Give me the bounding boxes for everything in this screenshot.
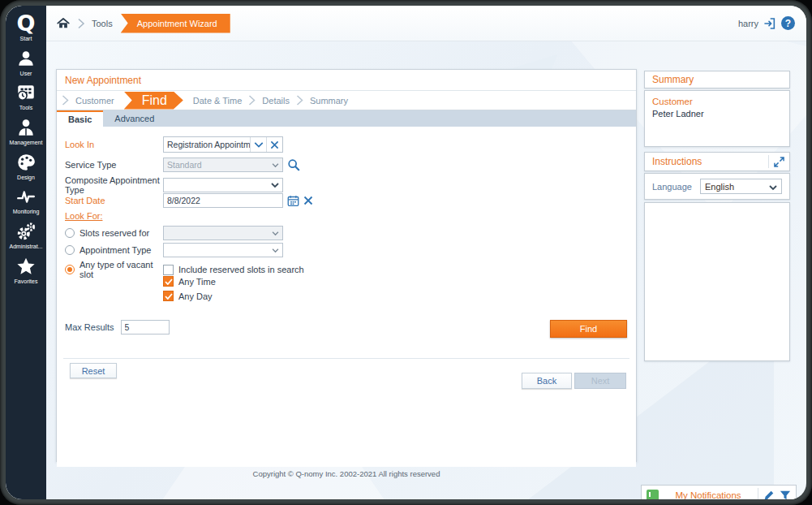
- wizard-step-date-time[interactable]: Date & Time: [187, 96, 249, 106]
- composite-type-select[interactable]: [163, 178, 283, 192]
- search-icon[interactable]: [287, 158, 300, 171]
- reset-button[interactable]: Reset: [70, 363, 117, 378]
- slots-reserved-radio[interactable]: [65, 228, 75, 238]
- wizard-steps: Customer Find Date & Time Details Summar…: [57, 91, 636, 110]
- slots-reserved-select[interactable]: [163, 226, 283, 240]
- sidebar-item-user[interactable]: User: [6, 48, 46, 77]
- wizard-step-customer[interactable]: Customer: [69, 96, 121, 106]
- sidebar-item-management[interactable]: Management: [6, 117, 46, 146]
- summary-header: Summary: [644, 71, 790, 88]
- sidebar-item-design[interactable]: Design: [6, 152, 46, 181]
- help-icon[interactable]: ?: [781, 16, 795, 30]
- copyright-text: Copyright © Q-nomy Inc. 2002-2021 All ri…: [56, 469, 637, 478]
- start-date-input[interactable]: [163, 193, 283, 208]
- radio-label: Appointment Type: [79, 245, 163, 255]
- sidebar-item-favorites[interactable]: Favorites: [6, 256, 46, 285]
- chevron-down-icon: [271, 180, 279, 190]
- wizard-step-summary[interactable]: Summary: [303, 96, 354, 106]
- any-time-row: Any Time: [163, 276, 216, 287]
- service-type-select[interactable]: Standard: [163, 158, 283, 172]
- any-vacant-slot-radio[interactable]: [65, 265, 75, 274]
- home-icon[interactable]: [56, 16, 71, 31]
- next-button-disabled[interactable]: Next: [574, 373, 626, 389]
- sidebar-item-tools[interactable]: Tools: [6, 82, 46, 111]
- look-in-row: Look In Registration Appointments: [65, 136, 283, 153]
- appointment-type-radio[interactable]: [65, 245, 75, 255]
- page-title: New Appointment: [57, 70, 636, 91]
- sidebar-item-monitoring[interactable]: Monitoring: [6, 186, 46, 215]
- notifications-tools: [758, 488, 791, 499]
- wizard-step-find[interactable]: Find: [124, 92, 183, 110]
- language-select[interactable]: English: [700, 179, 782, 194]
- person-icon: [15, 117, 37, 138]
- instructions-content: [644, 202, 790, 361]
- wizard-step-details[interactable]: Details: [256, 96, 296, 106]
- chevron-right-icon: [62, 95, 69, 106]
- calendar-icon[interactable]: [287, 195, 299, 207]
- any-time-checkbox[interactable]: [163, 276, 174, 287]
- look-in-label: Look In: [65, 140, 163, 149]
- tab-basic[interactable]: Basic: [57, 110, 103, 127]
- user-area: harry ?: [738, 16, 806, 30]
- device-frame: Q Start User Tools: [0, 0, 812, 505]
- find-button[interactable]: Find: [550, 320, 627, 338]
- chevron-down-icon: [272, 228, 279, 238]
- sidebar-item-label: Administrat...: [10, 244, 43, 250]
- breadcrumb-section[interactable]: Tools: [92, 19, 113, 28]
- tab-advanced[interactable]: Advanced: [103, 110, 165, 127]
- calendar-clock-icon: [15, 82, 37, 103]
- service-type-value: Standard: [164, 160, 282, 170]
- sidebar-item-administration[interactable]: Administrat...: [6, 221, 46, 250]
- chevron-right-icon: [248, 95, 256, 106]
- sidebar-item-label: Management: [10, 140, 43, 146]
- radio-label: Slots reserved for: [79, 228, 163, 238]
- checkbox-label: Include reserved slots in search: [178, 265, 304, 274]
- new-appointment-panel: New Appointment Customer Find Date & Tim…: [56, 69, 637, 462]
- look-in-combobox[interactable]: Registration Appointments: [163, 136, 283, 153]
- service-type-label: Service Type: [65, 160, 163, 170]
- breadcrumb: Tools Appointment Wizard: [46, 14, 230, 33]
- sidebar-item-label: Design: [17, 175, 35, 181]
- pulse-icon: [15, 186, 37, 207]
- edit-pencil-icon[interactable]: [763, 490, 775, 499]
- sidebar-item-label: Favorites: [15, 278, 38, 285]
- any-day-checkbox[interactable]: [163, 291, 174, 301]
- sidebar-item-label: Start: [20, 36, 32, 42]
- customer-name: Peter Ladner: [652, 109, 782, 119]
- sidebar-item-label: Tools: [19, 105, 32, 111]
- top-bar: Tools Appointment Wizard harry ?: [46, 6, 806, 41]
- composite-type-label: Composite Appointment Type: [65, 175, 163, 195]
- max-results-input[interactable]: [121, 320, 170, 335]
- notifications-title[interactable]: My Notifications: [659, 490, 758, 499]
- back-button[interactable]: Back: [522, 373, 572, 389]
- max-results-label: Max Results: [65, 322, 114, 332]
- sidebar-item-start[interactable]: Q Start: [6, 12, 46, 42]
- language-label: Language: [652, 182, 692, 192]
- summary-title: Summary: [652, 74, 694, 85]
- appointment-type-select[interactable]: [163, 243, 283, 257]
- divider: [63, 358, 629, 359]
- gears-icon: [15, 221, 37, 242]
- sidebar: Q Start User Tools: [6, 6, 46, 499]
- chat-icon[interactable]: [647, 490, 659, 499]
- start-date-row: Start Date: [65, 193, 313, 208]
- chevron-down-icon[interactable]: [250, 137, 266, 152]
- clear-icon[interactable]: [303, 196, 313, 205]
- app-window: Q Start User Tools: [6, 6, 806, 499]
- max-results-row: Max Results: [65, 320, 170, 335]
- language-value: English: [705, 182, 769, 192]
- breadcrumb-active-page[interactable]: Appointment Wizard: [121, 14, 230, 33]
- sidebar-item-label: Monitoring: [13, 209, 40, 215]
- chevron-down-icon: [769, 179, 777, 194]
- logout-icon[interactable]: [763, 17, 776, 30]
- chevron-down-icon: [272, 160, 279, 170]
- radio-row-slots-reserved: Slots reserved for: [65, 226, 283, 240]
- filter-funnel-icon[interactable]: [780, 490, 791, 499]
- include-reserved-checkbox[interactable]: [163, 265, 174, 275]
- user-icon: [15, 48, 37, 69]
- instructions-header: Instructions: [644, 152, 790, 171]
- clear-icon[interactable]: [266, 137, 282, 152]
- look-in-value: Registration Appointments: [164, 140, 250, 149]
- chevron-right-icon: [296, 95, 303, 106]
- expand-icon[interactable]: [768, 155, 784, 168]
